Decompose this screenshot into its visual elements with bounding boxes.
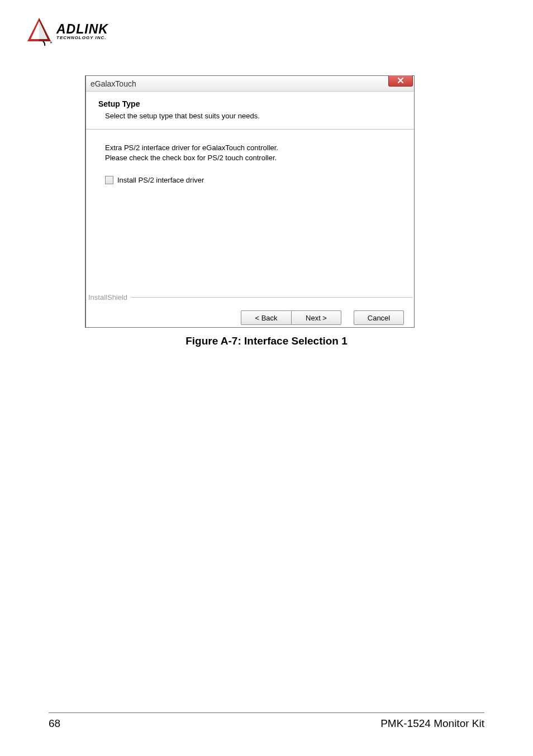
ps2-checkbox-row: Install PS/2 interface driver [105, 176, 395, 184]
installshield-divider: InstallShield [86, 293, 414, 302]
body-line-2: Please check the check box for PS/2 touc… [105, 153, 395, 163]
svg-point-0 [50, 42, 51, 43]
installshield-label: InstallShield [86, 293, 131, 302]
install-ps2-checkbox[interactable] [105, 176, 113, 184]
company-logo: ADLINK TECHNOLOGY INC. [26, 17, 108, 46]
install-ps2-label: Install PS/2 interface driver [117, 176, 204, 184]
next-button[interactable]: Next > [291, 310, 341, 325]
back-next-group: < Back Next > [241, 310, 341, 325]
logo-sub-text: TECHNOLOGY INC. [56, 36, 108, 40]
dialog-heading: Setup Type [98, 99, 402, 108]
back-button[interactable]: < Back [241, 310, 291, 325]
dialog-titlebar: eGalaxTouch [86, 76, 414, 92]
dialog-header-section: Setup Type Select the setup type that be… [86, 92, 414, 130]
dialog-body: Extra PS/2 interface driver for eGalaxTo… [86, 130, 414, 302]
installer-dialog: eGalaxTouch Setup Type Select the setup … [85, 75, 415, 328]
adlink-triangle-icon [26, 17, 52, 46]
page-footer: 68 PMK-1524 Monitor Kit [49, 712, 484, 730]
dialog-button-bar: < Back Next > Cancel [86, 302, 414, 334]
page-number: 68 [49, 717, 60, 730]
dialog-title: eGalaxTouch [91, 79, 136, 88]
figure-caption: Figure A-7: Interface Selection 1 [0, 335, 533, 347]
document-page: ADLINK TECHNOLOGY INC. eGalaxTouch Setup… [0, 0, 533, 756]
body-line-1: Extra PS/2 interface driver for eGalaxTo… [105, 143, 395, 153]
cancel-button[interactable]: Cancel [354, 310, 404, 325]
dialog-subheading: Select the setup type that best suits yo… [105, 112, 402, 120]
close-button[interactable] [388, 75, 413, 87]
document-title: PMK-1524 Monitor Kit [380, 717, 484, 730]
divider-line [131, 297, 413, 298]
close-icon [397, 77, 404, 84]
logo-text: ADLINK TECHNOLOGY INC. [56, 23, 108, 40]
logo-main-text: ADLINK [56, 23, 108, 36]
